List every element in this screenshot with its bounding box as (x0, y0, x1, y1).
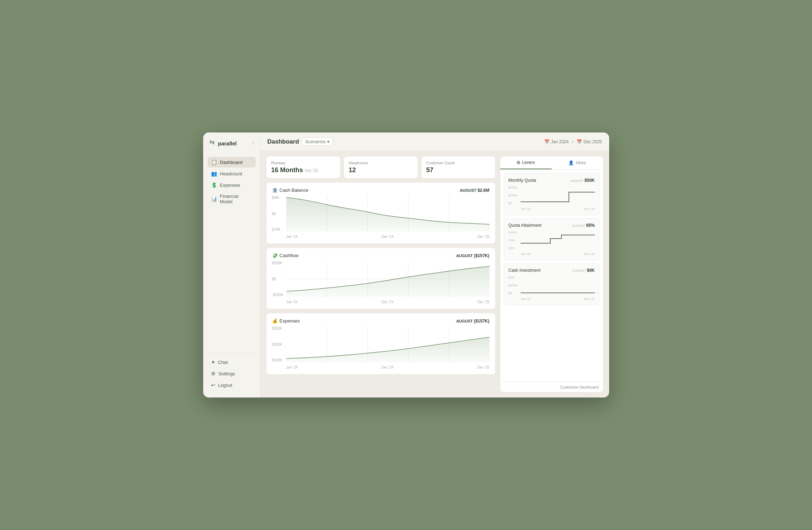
monthly-quota-y: $200K $100K $0 (508, 186, 520, 205)
date-start-badge[interactable]: 📅 Jan 2024 (544, 139, 568, 144)
metric-monthly-quota-header: Monthly Quota AUGUST $50K (508, 178, 595, 183)
monthly-quota-chart: $200K $100K $0 Jan '24 Dec '25 (508, 186, 595, 211)
date-range: 📅 Jan 2024 – 📅 Dec 2025 (544, 139, 602, 144)
tab-hires[interactable]: 👤 Hires (552, 156, 603, 169)
logo-text: parallel (218, 140, 237, 146)
sidebar-nav: 📋 Dashboard 👥 Headcount 💲 Expenses 📊 Fin… (207, 157, 256, 352)
sidebar-item-logout[interactable]: ↩ Logout (207, 380, 256, 390)
sidebar-item-financial-model[interactable]: 📊 Financial Model (207, 191, 256, 207)
calendar-start-icon: 📅 (544, 139, 550, 144)
expenses-icon: 💰 (272, 318, 278, 324)
scenarios-button[interactable]: Scenarios ▾ (302, 138, 333, 146)
kpi-headcount-value: 12 (349, 166, 413, 174)
metric-quota-attainment-period: AUGUST 85% (572, 223, 595, 228)
topbar: Dashboard Scenarios ▾ 📅 Jan 2024 – 📅 Dec… (260, 132, 609, 151)
kpi-customer-count: Customer Count 57 (421, 156, 496, 179)
kpi-runway: Runway 16 Months Oct '25 (266, 156, 341, 179)
panel-content: Monthly Quota AUGUST $50K $200K $100K $0 (500, 170, 603, 382)
sidebar-bottom: ✦ Chat ⚙ Settings ↩ Logout (207, 352, 256, 390)
settings-icon: ⚙ (211, 371, 216, 376)
metric-cash-investment: Cash Investment AUGUST $0K $1M $500K $0– (504, 263, 600, 305)
cash-balance-svg (286, 196, 490, 231)
tab-levers[interactable]: ⊞ Levers (500, 156, 552, 169)
cash-balance-chart: $3M $0 $.5M (272, 196, 490, 239)
logo-icon (209, 140, 215, 147)
metric-quota-attainment-header: Quota Attainment AUGUST 85% (508, 223, 595, 228)
cashflow-meta: AUGUST ($157K) (456, 253, 490, 258)
right-panel: ⊞ Levers 👤 Hires Monthly Quota A (500, 156, 603, 392)
kpi-runway-value: 16 Months Oct '25 (271, 166, 335, 174)
cash-balance-meta: AUGUST $2.6M (460, 188, 490, 193)
expenses-x-labels: Jan '24 Dec '24 Dec '25 (286, 365, 490, 369)
kpi-customer-count-label: Customer Count (426, 161, 490, 165)
cash-investment-chart: $1M $500K $0– Jan '24 Dec '25 (508, 276, 595, 301)
sidebar-label-headcount: Headcount (220, 171, 242, 176)
sidebar-item-dashboard[interactable]: 📋 Dashboard (207, 157, 256, 168)
metric-monthly-quota-period: AUGUST $50K (570, 178, 595, 183)
cashflow-card: 💸 Cashflow AUGUST ($157K) $200K $0 -$200… (266, 248, 496, 309)
sidebar-item-chat[interactable]: ✦ Chat (207, 357, 256, 368)
dashboard-icon: 📋 (211, 159, 217, 165)
quota-attainment-chart: 100% 75% 50% Jan '24 Dec '25 (508, 231, 595, 256)
expenses-svg (286, 326, 490, 362)
cashflow-svg (286, 261, 490, 297)
customize-dashboard-link[interactable]: Customize Dashboard (500, 382, 603, 392)
kpi-row: Runway 16 Months Oct '25 Headcount 12 Cu… (266, 156, 496, 179)
expenses-icon: 💲 (211, 182, 217, 188)
main-content: Dashboard Scenarios ▾ 📅 Jan 2024 – 📅 Dec… (260, 132, 609, 398)
expenses-card: 💰 Expenses AUGUST ($157K) $300K $200K $1… (266, 313, 496, 375)
date-separator: – (571, 139, 574, 144)
cash-investment-svg (521, 276, 595, 295)
panel-tabs: ⊞ Levers 👤 Hires (500, 156, 603, 170)
quota-attainment-y: 100% 75% 50% (508, 231, 520, 250)
cash-balance-card: 🏦 Cash Balance AUGUST $2.6M $3M $0 $.5M (266, 182, 496, 244)
cashflow-icon: 💸 (272, 253, 278, 258)
app-frame: parallel ‹ 📋 Dashboard 👥 Headcount 💲 Exp… (203, 132, 609, 398)
cashflow-chart: $200K $0 -$200K (272, 261, 490, 304)
headcount-icon: 👥 (211, 171, 217, 176)
cashflow-y-labels: $200K $0 -$200K (272, 261, 285, 297)
cashflow-title: 💸 Cashflow (272, 253, 299, 258)
sidebar-label-expenses: Expenses (220, 182, 240, 188)
metric-cash-investment-name: Cash Investment (508, 268, 541, 273)
quota-attainment-x: Jan '24 Dec '25 (521, 252, 595, 256)
hires-icon: 👤 (568, 160, 574, 165)
cash-investment-x: Jan '24 Dec '25 (521, 297, 595, 301)
sidebar-label-settings: Settings (219, 371, 235, 376)
cash-balance-x-labels: Jan '24 Dec '24 Dec '25 (286, 235, 490, 239)
sidebar-item-expenses[interactable]: 💲 Expenses (207, 180, 256, 190)
expenses-title: 💰 Expenses (272, 318, 300, 324)
sidebar-label-chat: Chat (218, 360, 228, 365)
calendar-end-icon: 📅 (577, 139, 582, 144)
kpi-customer-count-value: 57 (426, 166, 490, 174)
sidebar-label-dashboard: Dashboard (220, 160, 243, 165)
sidebar: parallel ‹ 📋 Dashboard 👥 Headcount 💲 Exp… (203, 132, 260, 398)
sidebar-collapse-button[interactable]: ‹ (253, 141, 254, 146)
metric-monthly-quota: Monthly Quota AUGUST $50K $200K $100K $0 (504, 173, 600, 215)
expenses-header: 💰 Expenses AUGUST ($157K) (272, 318, 490, 324)
sidebar-item-settings[interactable]: ⚙ Settings (207, 368, 256, 379)
date-end: Dec 2025 (583, 139, 602, 144)
cash-balance-title: 🏦 Cash Balance (272, 188, 309, 193)
kpi-headcount-label: Headcount (349, 161, 413, 165)
tab-hires-label: Hires (576, 160, 586, 165)
date-end-badge[interactable]: 📅 Dec 2025 (577, 139, 602, 144)
tab-levers-label: Levers (522, 160, 535, 165)
page-title: Dashboard (267, 138, 299, 145)
scenarios-chevron-icon: ▾ (327, 139, 330, 144)
sidebar-label-logout: Logout (218, 382, 232, 388)
cashflow-x-labels: Jan '24 Dec '24 Dec '25 (286, 300, 490, 304)
logo: parallel ‹ (207, 140, 256, 147)
quota-attainment-svg (521, 231, 595, 250)
logout-icon: ↩ (211, 382, 215, 388)
cash-balance-icon: 🏦 (272, 188, 278, 193)
metric-quota-attainment-name: Quota Attainment (508, 223, 542, 228)
kpi-runway-label: Runway (271, 161, 335, 165)
sidebar-item-headcount[interactable]: 👥 Headcount (207, 168, 256, 179)
left-column: Runway 16 Months Oct '25 Headcount 12 Cu… (266, 156, 496, 392)
metric-monthly-quota-name: Monthly Quota (508, 178, 536, 183)
monthly-quota-x: Jan '24 Dec '25 (521, 207, 595, 211)
financial-model-icon: 📊 (211, 196, 217, 202)
cashflow-header: 💸 Cashflow AUGUST ($157K) (272, 253, 490, 258)
expenses-meta: AUGUST ($157K) (456, 319, 490, 324)
